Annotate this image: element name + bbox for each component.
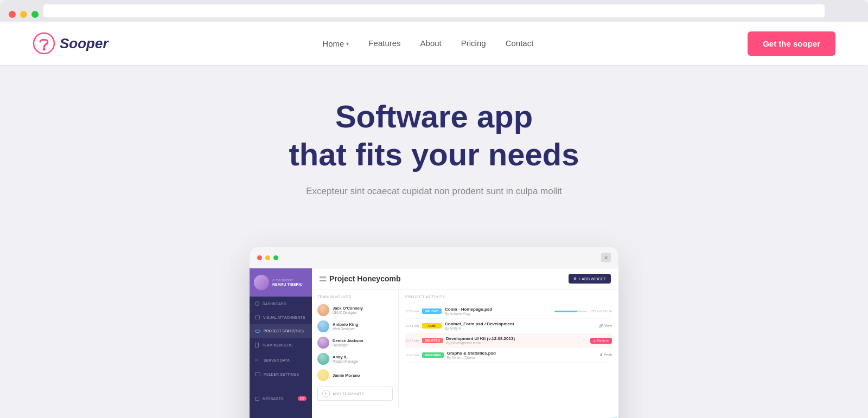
mockup-max-dot [273, 255, 278, 260]
activity-info-3: Graphs & Statistics.psd By Neamu Tiberiu [447, 351, 597, 359]
sidebar-item-team-members[interactable]: TEAM MEMBERS [250, 338, 312, 352]
nav-item-home[interactable]: Home ▾ [322, 39, 349, 48]
activity-sub-3: By Neamu Tiberiu [447, 356, 597, 359]
activity-panel: PROJECT ACTIVITY 11:56 am UPLOAD Comb - … [399, 290, 618, 409]
nav-menu: Home ▾ Features About Pricing Contact [322, 38, 533, 48]
activity-time-1: 11:51 am [405, 324, 419, 327]
mock-header: Project Honeycomb ⊕ + ADD WIDGET [312, 268, 618, 290]
user-info: O OG BUDDY NEAMU TIBERIU [272, 279, 303, 287]
activity-time-2: 11:45 am [405, 339, 419, 342]
nav-item-contact[interactable]: Contact [506, 38, 534, 48]
activity-filename-3: Graphs & Statistics.psd [447, 351, 597, 356]
activity-tag-1: RUN [422, 323, 442, 329]
activity-row-3: 11:20 am WORKING Graphs & Statistics.psd… [405, 348, 612, 363]
area-chart [312, 409, 618, 418]
activity-info-0: Comb - Homepage.psd By Antonio King [445, 307, 551, 316]
member-role-3: Project Manager [333, 359, 359, 363]
sidebar-item-server-data[interactable]: ∞ SERVER DATA [250, 352, 312, 368]
sidebar-item-dashboard[interactable]: DASHBOARD [250, 297, 312, 311]
sidebar-label-visual: VISUAL ATTACHMENTS [263, 316, 305, 319]
folder-settings-icon [255, 372, 260, 376]
peek-button[interactable]: ⬇ Peek [599, 353, 612, 357]
restore-icon: ↩ [593, 339, 596, 343]
member-role-2: Developer [333, 343, 363, 347]
sidebar-label-team: TEAM MEMBERS [262, 343, 292, 347]
logo[interactable]: Sooper [33, 32, 108, 55]
chevron-down-icon: ▾ [346, 41, 349, 47]
project-title: Project Honeycomb [320, 274, 400, 283]
hero-section: Software app that fits your needs Except… [0, 65, 868, 247]
nav-link-pricing[interactable]: Pricing [461, 38, 486, 48]
page-content: Sooper Home ▾ Features About Pricing Con… [0, 22, 868, 418]
sidebar-item-visual-attachments[interactable]: VISUAL ATTACHMENTS [250, 311, 312, 324]
nav-link-features[interactable]: Features [368, 38, 400, 48]
sidebar-label-server: SERVER DATA [264, 358, 290, 362]
team-panel: TEAM INVOLVED Jack O'Connely UI/UX Desig… [312, 290, 399, 409]
sidebar-item-messages[interactable]: MESSAGES 327 [250, 391, 312, 406]
add-teammate-button[interactable]: + ADD TEAMMATE [317, 387, 393, 401]
hamburger-icon[interactable] [320, 276, 326, 281]
address-bar[interactable] [43, 4, 825, 17]
nav-item-about[interactable]: About [420, 38, 442, 48]
mock-content-panels: TEAM INVOLVED Jack O'Connely UI/UX Desig… [312, 290, 618, 409]
activity-info-2: Development UI Kit (v.12.08.2013) By Dev… [446, 336, 587, 345]
messages-badge: 327 [298, 396, 307, 401]
minimize-dot[interactable] [20, 11, 27, 18]
restore-button[interactable]: ↩ Restore [590, 338, 612, 344]
nav-item-features[interactable]: Features [368, 38, 400, 48]
member-avatar-0 [317, 304, 329, 316]
nav-item-pricing[interactable]: Pricing [461, 38, 486, 48]
logo-text: Sooper [60, 35, 108, 52]
avatar [254, 275, 269, 290]
avatar-image [254, 275, 269, 290]
nav-link-contact[interactable]: Contact [506, 38, 534, 48]
member-avatar-3 [317, 353, 329, 365]
sidebar-item-folder-settings[interactable]: FOLDER SETTINGS [250, 368, 312, 381]
member-avatar-4 [317, 369, 329, 381]
activity-tag-2: DELETED [422, 338, 443, 343]
cta-button[interactable]: Get the sooper [748, 31, 835, 56]
server-data-icon: ∞ [255, 357, 260, 363]
add-icon: + [322, 390, 330, 397]
visual-attachments-icon [255, 316, 260, 319]
nav-link-home[interactable]: Home ▾ [322, 39, 349, 48]
close-dot[interactable] [9, 11, 16, 18]
activity-panel-title: PROJECT ACTIVITY [405, 295, 612, 299]
team-member-1: Antonio King Web Designer [317, 320, 393, 332]
team-members-icon [255, 343, 259, 348]
member-name-1: Antonio King [333, 322, 358, 327]
team-member-4: Jamie Morano [317, 369, 393, 381]
view-button-1[interactable]: 🔗 View [599, 324, 612, 328]
maximize-dot[interactable] [31, 11, 39, 18]
activity-filename-2: Development UI Kit (v.12.08.2013) [446, 336, 587, 341]
svg-point-5 [484, 416, 487, 418]
sidebar-label-messages: MESSAGES [263, 397, 284, 401]
activity-time-3: 11:20 am [405, 353, 419, 357]
mockup-min-dot [265, 255, 270, 260]
member-avatar-1 [317, 320, 329, 332]
hero-subtitle: Excepteur sint ocaecat cupidat non prode… [277, 184, 591, 198]
activity-sub-2: By Development team [446, 341, 587, 345]
mock-sidebar: O OG BUDDY NEAMU TIBERIU DASHBOARD VISUA… [250, 268, 312, 418]
sidebar-label-folder: FOLDER SETTINGS [264, 372, 299, 376]
add-widget-button[interactable]: ⊕ + ADD WIDGET [569, 274, 611, 284]
activity-tag-3: WORKING [422, 352, 444, 358]
team-panel-title: TEAM INVOLVED [317, 295, 393, 299]
member-role-1: Web Designer [333, 327, 358, 331]
messages-icon [255, 397, 259, 401]
app-mockup-container: ✕ O OG BUDDY NEAMU TIBERIU [0, 247, 868, 418]
svg-point-8 [617, 416, 618, 418]
sidebar-label-stats: PROJECT STATISTICS [264, 329, 304, 333]
mock-main-content: Project Honeycomb ⊕ + ADD WIDGET TEAM IN… [312, 268, 618, 418]
member-name-2: Denise Jackson [333, 338, 363, 343]
nav-link-about[interactable]: About [420, 38, 442, 48]
team-member-0: Jack O'Connely UI/UX Designer [317, 304, 393, 316]
app-mockup: ✕ O OG BUDDY NEAMU TIBERIU [250, 247, 618, 418]
window-chrome [0, 0, 868, 22]
sidebar-item-project-statistics[interactable]: PROJECT STATISTICS [250, 324, 312, 338]
member-role-0: UI/UX Designer [333, 311, 363, 314]
svg-point-1 [43, 48, 46, 51]
sidebar-label-dashboard: DASHBOARD [263, 302, 286, 306]
dashboard-icon [255, 301, 259, 306]
member-info-1: Antonio King Web Designer [333, 322, 358, 331]
